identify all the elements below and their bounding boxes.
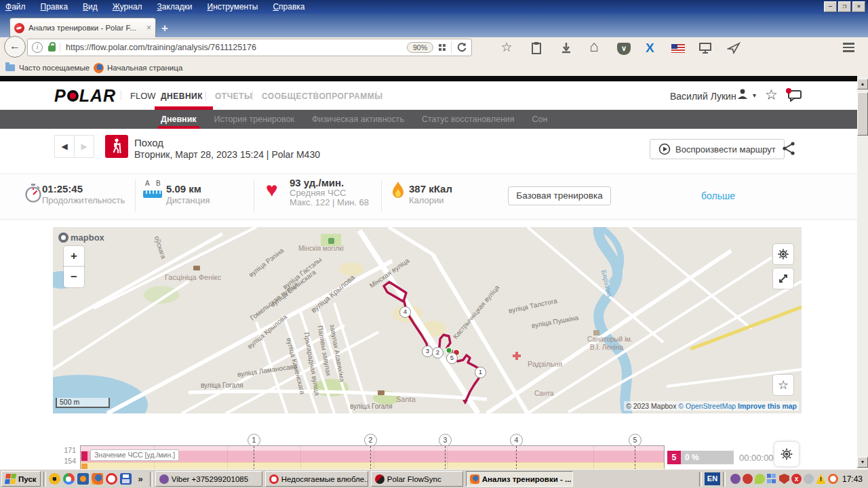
scroll-down-arrow[interactable]: ▼: [857, 457, 868, 468]
subnav-sleep[interactable]: Сон: [532, 110, 548, 129]
gear-icon: [777, 248, 789, 260]
hamburger-menu-icon[interactable]: [843, 43, 854, 52]
menu-help[interactable]: Справка: [273, 2, 304, 12]
improve-map-link[interactable]: Improve this map: [738, 402, 797, 410]
task-polar-flowsync[interactable]: Polar FlowSync: [371, 471, 463, 487]
user-name[interactable]: Василий Лукин: [670, 91, 736, 102]
tray-windows-update-icon[interactable]: [767, 474, 777, 484]
menu-bookmarks[interactable]: Закладки: [157, 2, 193, 12]
pocket-icon[interactable]: ∨: [617, 43, 631, 55]
taskbar-clock[interactable]: 17:43: [842, 474, 863, 484]
map-settings-button[interactable]: [773, 244, 793, 264]
task-firefox-analysis[interactable]: Анализ тренировки - ...: [466, 471, 573, 487]
duration-label: Продолжительность: [42, 195, 125, 205]
quicklaunch-save-icon[interactable]: [120, 473, 132, 485]
browser-menubar: Файл Правка Вид Журнал Закладки Инструме…: [0, 0, 868, 14]
hr-chart[interactable]: Значение ЧСС [уд./мин.]: [80, 445, 665, 470]
prev-activity-button[interactable]: ◀: [54, 135, 75, 158]
gear-icon: [780, 447, 793, 461]
language-indicator[interactable]: EN: [705, 472, 720, 485]
favorites-star-icon[interactable]: ☆: [765, 87, 778, 103]
osm-link[interactable]: © OpenStreetMap: [678, 402, 736, 410]
quicklaunch-firefox-icon[interactable]: [92, 473, 103, 485]
tray-viber-icon[interactable]: [730, 474, 741, 484]
scrollbar-thumb[interactable]: [857, 92, 868, 136]
playhead-time: 00:00:00: [739, 453, 774, 463]
polar-logo[interactable]: PLAR: [54, 86, 116, 106]
chart-settings-button[interactable]: [774, 442, 799, 466]
menu-view[interactable]: Вид: [83, 2, 98, 12]
tray-orange-icon[interactable]: [828, 474, 838, 484]
subnav-diary[interactable]: Дневник: [161, 110, 197, 129]
page-scrollbar[interactable]: ▲ ▼: [857, 76, 868, 469]
tray-shield-icon[interactable]: [779, 474, 789, 484]
menu-file[interactable]: Файл: [5, 2, 26, 12]
screen-share-icon[interactable]: [698, 42, 712, 54]
bookmark-frequent[interactable]: Часто посещаемые: [19, 64, 90, 72]
quicklaunch-overflow-chevron[interactable]: »: [138, 474, 143, 484]
bookmark-star-icon[interactable]: ☆: [498, 40, 515, 55]
task-opera-page[interactable]: Недосягаемые влюбле...: [265, 471, 368, 487]
tray-camera-icon[interactable]: [804, 474, 814, 484]
start-button[interactable]: Пуск: [1, 471, 41, 487]
opera-icon: [269, 474, 279, 484]
next-activity-button[interactable]: ▶: [74, 135, 94, 158]
window-minimize-button[interactable]: –: [824, 1, 837, 12]
mapbox-logo[interactable]: mapbox: [58, 232, 104, 243]
menu-tools[interactable]: Инструменты: [208, 2, 258, 12]
reload-icon[interactable]: [456, 42, 467, 53]
quicklaunch-daemon-icon[interactable]: [49, 473, 60, 485]
user-avatar-icon[interactable]: [736, 88, 749, 100]
zoom-level-badge[interactable]: 90%: [407, 42, 433, 53]
map-favorite-star-button[interactable]: ☆: [773, 375, 793, 395]
window-maximize-button[interactable]: ❐: [838, 1, 851, 12]
map-zoom-out-button[interactable]: −: [64, 266, 84, 287]
menu-edit[interactable]: Правка: [41, 2, 68, 12]
new-tab-button[interactable]: +: [161, 22, 168, 35]
tab-polar-flow[interactable]: Анализ тренировки - Polar F... ×: [9, 18, 156, 37]
taskbar: Пуск » Viber +375299201085 Недосягаемые …: [0, 469, 868, 488]
map-zoom-in-button[interactable]: +: [64, 246, 84, 266]
https-lock-icon[interactable]: [48, 45, 56, 52]
nav-reports[interactable]: ОТЧЕТЫ: [215, 92, 252, 101]
x-logo-icon[interactable]: X: [646, 41, 654, 56]
map-fullscreen-button[interactable]: [773, 268, 793, 289]
tray-red-icon[interactable]: [743, 474, 753, 484]
quicklaunch-shield-icon[interactable]: [77, 473, 89, 485]
url-text[interactable]: https://flow.polar.com/training/analysis…: [60, 43, 407, 52]
scroll-up-arrow[interactable]: ▲: [857, 79, 868, 89]
subnav-recovery-status[interactable]: Статус восстановления: [422, 110, 515, 129]
task-viber[interactable]: Viber +375299201085: [155, 471, 262, 487]
back-button[interactable]: ←: [4, 36, 26, 58]
bookmarks-bar: Часто посещаемые Начальная страница: [0, 61, 868, 77]
us-flag-icon[interactable]: [671, 44, 685, 53]
bookmark-home[interactable]: Начальная страница: [107, 64, 182, 72]
quicklaunch-opera-icon[interactable]: [106, 473, 117, 485]
route-map[interactable]: оўскага Гасцініца Фенікс вуліца Рэпіна в…: [53, 227, 802, 413]
send-tab-icon[interactable]: [727, 41, 741, 55]
window-close-button[interactable]: ×: [852, 1, 865, 12]
tray-antivirus-icon[interactable]: x: [791, 474, 802, 484]
notifications-icon[interactable]: [785, 88, 803, 102]
downloads-icon[interactable]: [560, 41, 572, 55]
user-caret-icon[interactable]: ▾: [753, 92, 756, 99]
tray-warning-icon[interactable]: !: [816, 474, 826, 484]
clipboard-icon[interactable]: [530, 41, 542, 55]
calories-label: Калории: [409, 195, 444, 205]
more-link[interactable]: больше: [701, 190, 735, 201]
play-route-button[interactable]: Воспроизвести маршрут: [650, 139, 785, 159]
url-bar[interactable]: i https://flow.polar.com/training/analys…: [27, 39, 472, 56]
tray-lime-icon[interactable]: [755, 474, 765, 484]
nav-programs[interactable]: ПРОГРАММЫ: [326, 92, 382, 101]
menu-history[interactable]: Журнал: [113, 2, 142, 12]
subnav-training-history[interactable]: История тренировок: [214, 110, 294, 129]
quicklaunch-chrome-icon[interactable]: [63, 473, 75, 485]
extension-grid-icon[interactable]: [439, 44, 446, 51]
home-icon[interactable]: ⌂: [586, 39, 602, 54]
nav-diary[interactable]: ДНЕВНИК: [161, 92, 203, 101]
subnav-activity[interactable]: Физическая активность: [312, 110, 404, 129]
share-icon[interactable]: [781, 141, 797, 156]
page-info-icon[interactable]: i: [32, 42, 43, 53]
training-benefit-button[interactable]: Базовая тренировка: [508, 186, 611, 205]
tab-close-icon[interactable]: ×: [146, 23, 151, 33]
